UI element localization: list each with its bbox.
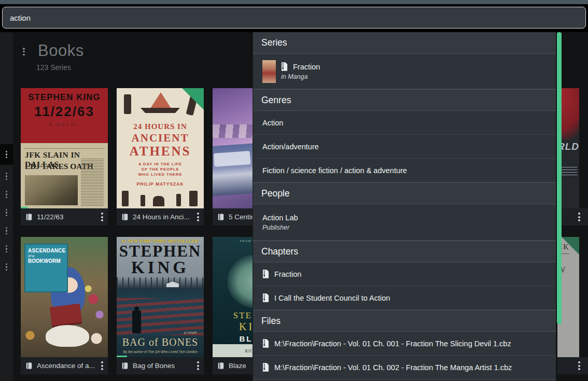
search-result-subtext: in Manga — [281, 73, 320, 80]
cover-author-text: STEPHEN KING — [21, 88, 108, 103]
search-results-dropdown: Series Fraction in Manga Genres Action A… — [253, 32, 556, 381]
cover-title-text: 24 HOURS IN — [117, 122, 204, 131]
search-bar — [0, 4, 588, 32]
series-title-label[interactable]: 24 Hours in Anci... — [133, 213, 193, 221]
archive-file-icon — [262, 270, 269, 278]
page-title: Books — [38, 41, 84, 60]
cover-title-box: ASCENDANCE of a BOOKWORM — [24, 244, 68, 292]
search-input[interactable] — [2, 7, 586, 29]
search-section-header-series: Series — [253, 32, 556, 54]
cover-title-text: of a — [28, 254, 64, 258]
search-section-header-genres: Genres — [253, 89, 556, 111]
dropdown-scrollbar[interactable] — [557, 32, 562, 324]
cover-byline-text: By the author of The Girl Who Loved Tom … — [117, 350, 204, 354]
search-result-file[interactable]: M:\Fraction\Fraction - Vol. 01 Ch. 002 -… — [253, 356, 556, 379]
cover-title-text: BAG of BONES — [117, 336, 204, 348]
search-result-chapter[interactable]: I Call the Student Council to Action — [253, 286, 556, 310]
sidebar-item-ellipsis-icon[interactable] — [0, 205, 13, 220]
cover-author-text: STEPHEN — [117, 244, 204, 259]
cover-title-text: 11/22/63 — [21, 104, 108, 120]
cover-subtitle-text: A DAY IN THE LIFE — [117, 162, 204, 166]
card-menu-ellipsis-icon[interactable] — [101, 211, 103, 223]
book-icon — [121, 213, 129, 221]
card-menu-ellipsis-icon[interactable] — [578, 211, 580, 223]
book-icon — [25, 213, 33, 221]
card-menu-ellipsis-icon[interactable] — [578, 360, 580, 372]
sidebar-item-ellipsis-icon[interactable] — [0, 168, 13, 184]
series-cover-24-hours[interactable]: 24 HOURS IN ANCIENT ATHENS A DAY IN THE … — [117, 88, 204, 208]
archive-file-icon — [262, 339, 269, 348]
cover-subtitle-text: OF THE PEOPLE — [117, 167, 204, 172]
series-title-label[interactable]: 11/22/63 — [37, 213, 97, 221]
search-result-genre[interactable]: Action/adventure — [253, 135, 556, 159]
archive-file-icon — [262, 293, 269, 302]
app-window: Books 123 Series STEPHEN KING 11/22/63 A… — [0, 0, 588, 381]
sidebar — [0, 32, 13, 381]
book-icon — [25, 362, 33, 370]
sidebar-item-ellipsis-icon[interactable] — [0, 259, 13, 275]
search-result-genre[interactable]: Action — [253, 111, 556, 135]
cover-art: STEPHEN KING 11/22/63 A NOVEL — [21, 88, 108, 143]
series-title-label[interactable]: Ascendance of a... — [37, 362, 97, 370]
cover-art: a novel BAG of BONES By the author of Th… — [117, 289, 204, 357]
search-result-chapter[interactable]: Fraction — [253, 262, 556, 286]
card-menu-ellipsis-icon[interactable] — [197, 360, 199, 372]
cover-photo — [25, 175, 78, 205]
search-result-series-fraction[interactable]: Fraction in Manga — [253, 54, 556, 89]
search-section-header-files: Files — [253, 310, 556, 332]
archive-file-icon — [262, 363, 269, 372]
search-section-header-chapters: Chapters — [253, 241, 556, 262]
series-card-footer — [557, 357, 588, 374]
series-cover-bag-of-bones[interactable]: #1 NEW YORK TIMES BESTSELLER! STEPHEN KI… — [117, 237, 204, 357]
cover-title-text: ATHENS — [117, 144, 204, 159]
book-icon — [217, 362, 225, 370]
search-result-file[interactable]: M:\Fraction\Fraction - Vol. 01 Ch. 001 -… — [253, 332, 556, 356]
cover-art — [50, 304, 82, 326]
sidebar-item-ellipsis-icon[interactable] — [0, 223, 13, 238]
search-section-header-people: People — [253, 182, 556, 204]
search-result-text: M:\Fraction\Fraction - Vol. 01 Ch. 001 -… — [274, 340, 511, 348]
search-result-text: Fraction — [274, 270, 301, 278]
search-result-subtext: Publisher — [262, 224, 298, 231]
cover-novel-text: a novel — [184, 330, 197, 335]
search-result-text: Action Lab — [262, 214, 298, 222]
series-card-footer: Ascendance of a... — [21, 357, 108, 374]
library-actions-ellipsis-icon[interactable] — [23, 47, 25, 57]
series-card-footer: 24 Hours in Anci... — [117, 208, 204, 225]
sidebar-item-ellipsis-icon[interactable] — [0, 241, 13, 257]
cover-art — [46, 325, 89, 347]
cover-author-text: PHILIP MATYSZAK — [117, 181, 204, 187]
cover-tagline-text: A NOVEL — [21, 123, 108, 126]
cover-art — [117, 189, 204, 206]
archive-file-icon — [281, 62, 288, 71]
cover-art: JFK SLAIN IN DALLAS, LBJ TAKES OATH — [21, 143, 108, 208]
card-menu-ellipsis-icon[interactable] — [101, 360, 103, 372]
series-title-label[interactable]: Bag of Bones — [133, 362, 193, 370]
search-result-text: Action — [262, 119, 283, 127]
search-result-person[interactable]: Action Lab Publisher — [253, 204, 556, 241]
cover-subtitle-text: WHO LIVED THERE — [117, 172, 204, 177]
cover-author-text: KING — [117, 259, 204, 276]
search-result-text: I Call the Student Council to Action — [274, 294, 390, 302]
cover-title-text: BOOKWORM — [28, 258, 64, 264]
series-card-footer — [557, 208, 588, 225]
search-result-text: M:\Fraction\Fraction - Vol. 01 Ch. 002 -… — [274, 363, 512, 372]
search-result-text: Action/adventure — [262, 143, 319, 151]
search-result-text: Fraction — [293, 63, 320, 71]
series-cover-ascendance[interactable]: ASCENDANCE of a BOOKWORM — [21, 237, 108, 357]
search-result-genre[interactable]: Fiction / science fiction / action & adv… — [253, 159, 556, 182]
window-top-strip — [0, 0, 588, 4]
sidebar-item-ellipsis-icon[interactable] — [0, 144, 13, 165]
cover-title-text: ASCENDANCE — [28, 248, 64, 253]
series-cover-112263[interactable]: STEPHEN KING 11/22/63 A NOVEL JFK SLAIN … — [21, 88, 108, 208]
card-menu-ellipsis-icon[interactable] — [197, 211, 199, 223]
series-card-footer: Bag of Bones — [117, 357, 204, 374]
cover-title-text: ANCIENT — [117, 132, 204, 145]
series-thumbnail — [262, 60, 276, 83]
sidebar-item-ellipsis-icon[interactable] — [0, 187, 13, 202]
series-card-footer: 11/22/63 — [21, 208, 108, 225]
book-icon — [217, 213, 225, 221]
series-count: 123 Series — [36, 63, 71, 72]
book-icon — [121, 362, 129, 370]
search-result-text: Fiction / science fiction / action & adv… — [262, 166, 407, 175]
